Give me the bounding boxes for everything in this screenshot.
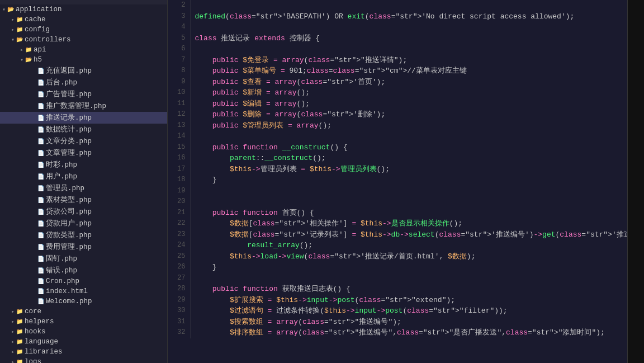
file-icon: 📄 — [37, 115, 44, 121]
sidebar-item-label: Welcome.php — [46, 298, 92, 305]
code-content — [190, 44, 627, 55]
line-number: 17 — [168, 164, 190, 175]
folder-open-icon: 📂 — [16, 36, 23, 43]
line-number: 10 — [168, 87, 190, 98]
line-number: 16 — [168, 153, 190, 164]
sidebar-item-label: index.html — [46, 287, 88, 295]
sidebar-item-guanliyuan[interactable]: 📄管理员.php — [0, 182, 167, 194]
code-content — [190, 0, 627, 11]
line-number: 28 — [168, 284, 190, 295]
sidebar-item-tuisong[interactable]: 📄推送记录.php — [0, 112, 167, 124]
chevron-right-icon: ▸ — [11, 328, 15, 335]
file-icon: 📄 — [37, 197, 44, 204]
sidebar-item-language[interactable]: ▸📁language — [0, 337, 167, 347]
sidebar-item-label: 用户.php — [46, 172, 77, 181]
chevron-right-icon: ▸ — [11, 26, 15, 33]
sidebar-item-label: 时彩.php — [46, 160, 77, 169]
folder-icon: 📁 — [16, 308, 23, 315]
sidebar-item-h5[interactable]: ▾📂h5 — [0, 55, 167, 65]
line-number: 31 — [168, 317, 190, 328]
sidebar-item-chongzhi[interactable]: 📄充值返回.php — [0, 65, 167, 77]
line-number: 4 — [168, 22, 190, 33]
sidebar-item-label: Cron.php — [46, 277, 79, 285]
sidebar-item-label: 推送记录.php — [46, 113, 92, 122]
sidebar-tree: ▾📂application▸📁cache▸📁config▾📂controller… — [0, 4, 167, 363]
table-row: 23 $数据[class="str">'记录列表'] = $this->db->… — [168, 229, 627, 241]
sidebar-item-sucaileixing[interactable]: 📄素材类型.php — [0, 194, 167, 206]
chevron-right-icon: ▸ — [11, 359, 15, 363]
code-content: public $删除 = array(class="str">'删除'); — [190, 109, 627, 120]
file-icon: 📄 — [37, 68, 44, 74]
sidebar-item-hooks[interactable]: ▸📁hooks — [0, 327, 167, 337]
table-row: 30 $过滤语句 = 过滤条件转换($this->input->post(cla… — [168, 305, 627, 317]
line-number: 27 — [168, 273, 190, 284]
sidebar-item-label: 贷款类型.php — [46, 230, 92, 240]
sidebar-item-label: helpers — [25, 318, 54, 326]
sidebar-item-daikuanleixing[interactable]: 📄贷款类型.php — [0, 229, 167, 241]
sidebar-item-cron[interactable]: 📄Cron.php — [0, 276, 167, 286]
table-row: 8 public $菜单编号 = 901;class=class="str">"… — [168, 65, 627, 77]
right-panel — [627, 0, 644, 363]
chevron-down-icon: ▾ — [2, 6, 6, 13]
sidebar-item-libraries[interactable]: ▸📁libraries — [0, 347, 167, 357]
sidebar-item-cuowu[interactable]: 📄错误.php — [0, 265, 167, 276]
sidebar-item-label: 贷款公司.php — [46, 207, 92, 216]
code-content: result_array(); — [190, 240, 627, 251]
sidebar-item-houtai[interactable]: 📄后台.php — [0, 77, 167, 88]
sidebar-item-controllers[interactable]: ▾📂controllers — [0, 35, 167, 45]
sidebar-item-index[interactable]: 📄index.html — [0, 286, 167, 296]
table-row: 27 — [168, 273, 627, 284]
sidebar-item-feiyong[interactable]: 📄费用管理.php — [0, 241, 167, 253]
sidebar-item-guding[interactable]: 📄固钉.php — [0, 253, 167, 265]
sidebar-item-label: logs — [25, 358, 41, 363]
sidebar-item-welcome[interactable]: 📄Welcome.php — [0, 296, 167, 307]
sidebar-item-daikuanyonghu[interactable]: 📄贷款用户.php — [0, 218, 167, 229]
sidebar-item-shuju[interactable]: 📄数据统计.php — [0, 124, 167, 135]
sidebar-item-wenzhang[interactable]: 📄文章管理.php — [0, 147, 167, 159]
sidebar-item-yonghu[interactable]: 📄用户.php — [0, 171, 167, 182]
table-row: 28 public function 获取推送日志表() { — [168, 284, 627, 295]
file-icon: 📄 — [37, 232, 44, 239]
table-row: 20 — [168, 196, 627, 208]
sidebar-item-cache[interactable]: ▸📁cache — [0, 15, 167, 25]
sidebar-item-guanggao[interactable]: 📄广告管理.php — [0, 88, 167, 100]
code-content — [190, 186, 627, 197]
file-icon: 📄 — [37, 91, 44, 98]
file-icon: 📄 — [37, 298, 44, 305]
sidebar-item-label: h5 — [34, 56, 42, 64]
sidebar-item-shicai[interactable]: 📄时彩.php — [0, 159, 167, 171]
sidebar-item-label: 文章管理.php — [46, 148, 92, 158]
sidebar-item-api[interactable]: ▸📁api — [0, 45, 167, 55]
file-icon: 📄 — [37, 150, 44, 157]
sidebar-item-core[interactable]: ▸📁core — [0, 307, 167, 317]
table-row: 21 public function 首页() { — [168, 208, 627, 219]
table-row: 4 — [168, 22, 627, 33]
code-content: public function __construct() { — [190, 142, 627, 153]
code-content: defined(class="str">'BASEPATH') OR exit(… — [190, 11, 627, 22]
sidebar-item-helpers[interactable]: ▸📁helpers — [0, 317, 167, 327]
sidebar-item-logs[interactable]: ▸📁logs — [0, 357, 167, 363]
table-row: 13 public $管理员列表 = array(); — [168, 120, 627, 131]
line-number: 8 — [168, 65, 190, 77]
table-row: 19 — [168, 186, 627, 197]
code-content: public $免登录 = array(class="str">"推送详情"); — [190, 55, 627, 66]
table-row: 3defined(class="str">'BASEPATH') OR exit… — [168, 11, 627, 22]
table-row: 22 $数据[class="str">'相关操作'] = $this->是否显示… — [168, 218, 627, 229]
line-number: 25 — [168, 251, 190, 262]
sidebar-item-wenzhangfenlei[interactable]: 📄文章分类.php — [0, 135, 167, 147]
sidebar-item-application[interactable]: ▾📂application — [0, 4, 167, 15]
file-icon: 📄 — [37, 103, 44, 110]
table-row: 26 } — [168, 262, 627, 273]
line-number: 12 — [168, 109, 190, 120]
code-content: parent::__construct(); — [190, 153, 627, 164]
sidebar-item-daikuangongsi[interactable]: 📄贷款公司.php — [0, 206, 167, 218]
sidebar-item-label: hooks — [25, 328, 46, 336]
table-row: 25 $this->load->view(class="str">'推送记录/首… — [168, 251, 627, 262]
sidebar-item-config[interactable]: ▸📁config — [0, 25, 167, 35]
table-row: 2 — [168, 0, 627, 11]
folder-icon: 📁 — [25, 46, 32, 53]
code-content: public $查看 = array(class="str">'首页'); — [190, 77, 627, 88]
line-number: 9 — [168, 77, 190, 88]
sidebar-item-tuiguang[interactable]: 📄推广数据管理.php — [0, 100, 167, 112]
code-content: class 推送记录 extends 控制器 { — [190, 33, 627, 44]
